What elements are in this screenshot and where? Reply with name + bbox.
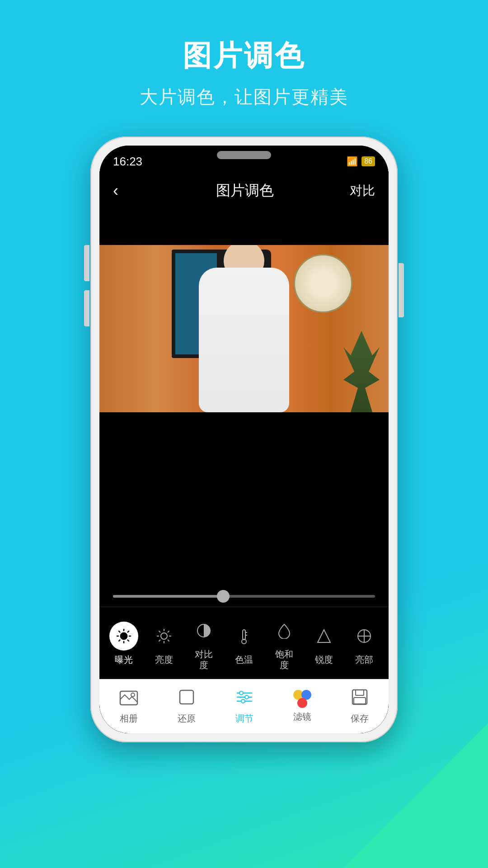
- app-bar: ‹ 图片调色 对比: [99, 173, 389, 209]
- phone-outer: 16:23 📶 86 ‹ 图片调色 对比: [90, 137, 398, 742]
- page-header: 图片调色 大片调色，让图片更精美: [140, 0, 348, 109]
- tool-exposure[interactable]: 曝光: [109, 622, 138, 665]
- brightness-icon: [150, 622, 178, 651]
- svg-rect-38: [354, 698, 366, 704]
- svg-line-14: [159, 631, 160, 632]
- slider-container: [113, 595, 375, 598]
- highlights-icon: [350, 622, 379, 651]
- svg-rect-37: [356, 690, 364, 695]
- volume-up-button: [84, 245, 89, 281]
- slider-track[interactable]: [113, 595, 375, 598]
- tool-saturation[interactable]: 饱和度: [270, 616, 299, 670]
- svg-rect-27: [120, 691, 137, 705]
- brightness-label: 亮度: [155, 654, 173, 665]
- compare-button[interactable]: 对比: [350, 182, 375, 199]
- saturation-icon: [270, 616, 299, 645]
- photo-scene: [99, 245, 389, 412]
- nav-save[interactable]: 保存: [351, 689, 369, 725]
- contrast-label: 对比度: [195, 649, 213, 670]
- battery-badge: 86: [361, 156, 375, 166]
- svg-rect-19: [243, 630, 245, 640]
- slider-thumb[interactable]: [217, 590, 230, 603]
- photo-bottom-area: [99, 412, 389, 607]
- page-title: 图片调色: [140, 36, 348, 75]
- status-time: 16:23: [113, 155, 142, 169]
- svg-point-35: [241, 699, 245, 703]
- tool-contrast[interactable]: 对比度: [189, 616, 218, 670]
- tools-bar: 曝光: [99, 607, 389, 679]
- svg-point-9: [161, 633, 167, 639]
- photo-top-space: [99, 209, 389, 245]
- photo-area: [99, 245, 389, 412]
- reset-label: 还原: [178, 712, 196, 725]
- svg-line-17: [159, 640, 160, 642]
- svg-marker-23: [318, 630, 330, 642]
- speaker: [217, 151, 271, 159]
- nav-reset[interactable]: 还原: [178, 689, 196, 725]
- bg-decoration: [343, 723, 488, 868]
- save-label: 保存: [351, 712, 369, 725]
- nav-album[interactable]: 相册: [119, 689, 138, 725]
- contrast-icon: [189, 616, 218, 645]
- temperature-icon: [230, 622, 258, 651]
- svg-line-16: [168, 631, 169, 632]
- adjust-label: 调节: [235, 712, 253, 725]
- svg-point-33: [239, 691, 243, 695]
- svg-line-15: [168, 640, 169, 642]
- power-button: [399, 263, 404, 317]
- tool-brightness[interactable]: 亮度: [150, 622, 178, 665]
- person-figure: [181, 250, 307, 412]
- filter-icon: [293, 690, 311, 708]
- status-icons: 📶 86: [347, 156, 375, 167]
- bottom-nav: 相册 还原: [99, 679, 389, 733]
- nav-filter[interactable]: 滤镜: [293, 690, 311, 723]
- reset-icon: [178, 689, 195, 710]
- svg-rect-29: [180, 690, 193, 704]
- body: [199, 268, 289, 412]
- svg-line-6: [127, 640, 129, 642]
- volume-down-button: [84, 290, 89, 326]
- back-button[interactable]: ‹: [113, 181, 140, 200]
- exposure-icon: [109, 622, 138, 651]
- nav-adjust[interactable]: 调节: [235, 689, 254, 725]
- sharpness-icon: [310, 622, 338, 651]
- page-subtitle: 大片调色，让图片更精美: [140, 85, 348, 109]
- highlights-label: 亮部: [355, 654, 373, 665]
- tool-sharpness[interactable]: 锐度: [310, 622, 338, 665]
- album-label: 相册: [120, 712, 138, 725]
- filter-dot-red: [297, 698, 307, 708]
- svg-line-5: [119, 631, 121, 632]
- app-bar-title: 图片调色: [216, 181, 274, 201]
- save-icon: [351, 689, 368, 710]
- tool-highlights[interactable]: 亮部: [350, 622, 379, 665]
- temperature-label: 色温: [235, 654, 253, 665]
- phone-mockup: 16:23 📶 86 ‹ 图片调色 对比: [90, 137, 398, 742]
- svg-point-34: [245, 695, 249, 699]
- status-bar: 16:23 📶 86: [99, 146, 389, 173]
- adjust-icon: [235, 689, 254, 710]
- svg-point-28: [131, 693, 135, 697]
- slider-fill: [113, 595, 223, 598]
- wifi-icon: 📶: [347, 156, 358, 167]
- svg-line-8: [119, 640, 121, 642]
- filter-label: 滤镜: [293, 711, 311, 723]
- saturation-label: 饱和度: [275, 649, 293, 670]
- sharpness-label: 锐度: [315, 654, 333, 665]
- svg-point-0: [120, 632, 127, 640]
- exposure-label: 曝光: [115, 654, 133, 665]
- album-icon: [119, 689, 138, 710]
- tool-temperature[interactable]: 色温: [230, 622, 258, 665]
- svg-line-7: [127, 631, 129, 632]
- phone-screen: 16:23 📶 86 ‹ 图片调色 对比: [99, 146, 389, 733]
- screen-content: 16:23 📶 86 ‹ 图片调色 对比: [99, 146, 389, 733]
